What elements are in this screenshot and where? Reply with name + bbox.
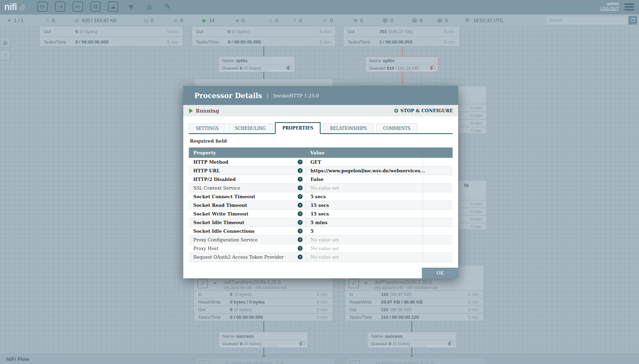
stat-label: Tasks/Time — [349, 315, 381, 320]
remote-process-group-tool-icon[interactable]: ☁ — [108, 1, 118, 12]
property-row[interactable]: HTTP/2 Disabled?False — [189, 175, 453, 184]
ok-button[interactable]: OK — [422, 268, 458, 278]
stat-row: In110(59.97 KB)5 min — [345, 290, 484, 298]
funnel-tool-icon[interactable]: ▼ — [126, 1, 137, 12]
property-row[interactable]: SSL Context Service?No value set — [189, 184, 453, 192]
status-metric-running: ▶14 — [203, 15, 214, 26]
help-icon[interactable]: ? — [298, 194, 303, 199]
nifi-logo-text: nifi — [4, 2, 17, 12]
search-filter-button[interactable]: ❐ — [628, 16, 637, 25]
property-row[interactable]: Proxy Configuration Service?No value set — [189, 236, 453, 244]
property-row[interactable]: Socket Idle Connections?5 — [189, 227, 453, 236]
stat-row: Out0(0 bytes)5 min — [192, 26, 335, 37]
help-icon[interactable]: ? — [298, 246, 303, 251]
refresh-area: ⟳ 16:52:42 UTC — [465, 15, 503, 26]
stat-label: Out — [349, 307, 381, 312]
property-column-header: Property — [189, 150, 306, 155]
tab-comments[interactable]: COMMENTS — [376, 123, 417, 133]
processor-stats-box[interactable]: Out0(0 bytes)5 minTasks/Time0 / 00:00:00… — [39, 26, 183, 47]
label-tool-icon[interactable]: ✎ — [162, 1, 173, 12]
help-icon[interactable]: ? — [298, 160, 303, 164]
stat-window: 5 min — [320, 39, 331, 45]
stat-row: Tasks/Time1 / 00:00:00.0535 min — [343, 37, 460, 47]
operate-palette-button[interactable]: ☝ — [0, 50, 10, 60]
property-row[interactable]: Request Username?No value set — [189, 261, 453, 262]
property-row[interactable]: HTTP Method?GET — [189, 158, 453, 166]
property-row[interactable]: Socket Connect Timeout?5 secs — [189, 192, 453, 201]
property-name-cell: Socket Connect Timeout? — [189, 192, 306, 201]
input-port-tool-icon[interactable]: ⇥ — [55, 1, 65, 12]
stat-value: 0 bytes / 0 bytes — [230, 299, 265, 305]
help-icon[interactable]: ? — [298, 185, 303, 190]
help-icon[interactable]: ? — [298, 177, 303, 182]
connection-label[interactable]: NamesuccessQueued0(0 bytes) — [367, 332, 456, 348]
property-row[interactable]: Request OAuth2 Access Token Provider?No … — [189, 253, 453, 261]
property-value-cell: 5 secs — [306, 192, 423, 201]
tab-properties[interactable]: PROPERTIES — [275, 122, 321, 134]
stat-window: 5 min — [167, 29, 178, 34]
locally-modified-icon: ✱ — [353, 18, 358, 23]
global-menu-icon[interactable] — [624, 3, 634, 12]
property-value-cell: No value set — [306, 184, 423, 192]
connection-label[interactable]: NamesplitsQueued610(161.25 KB) — [365, 56, 438, 72]
tab-settings[interactable]: SETTINGS — [189, 123, 225, 133]
breadcrumb[interactable]: NiFi Flow — [6, 356, 29, 362]
refresh-icon[interactable]: ⟳ — [465, 17, 470, 23]
dialog-subtitle: InvokeHTTP 1.25.0 — [273, 93, 319, 98]
processor-bundle: org.apache.nifi - nifi-standard-nar — [223, 285, 287, 290]
stat-label: Out — [44, 29, 75, 34]
property-row[interactable]: Socket Idle Timeout?5 mins — [189, 218, 453, 227]
required-field-note: Required field — [190, 138, 227, 144]
dialog-tabs: SETTINGSSCHEDULINGPROPERTIESRELATIONSHIP… — [189, 122, 453, 134]
help-icon[interactable]: ? — [298, 255, 303, 259]
help-icon[interactable]: ? — [298, 220, 303, 225]
tab-scheduling[interactable]: SCHEDULING — [228, 123, 272, 133]
stat-window: 5 min — [471, 121, 482, 126]
processor-stats-box[interactable]: Out0(0 bytes)5 minTasks/Time0 / 00:00:00… — [192, 26, 336, 47]
stat-label: Read/Write — [349, 299, 381, 305]
property-row[interactable]: Proxy Host?No value set — [189, 244, 453, 253]
connection-label[interactable]: NamesplitsQueued0(0 bytes) — [218, 56, 295, 72]
connection-name-row: Namesplits — [219, 57, 295, 65]
template-tool-icon[interactable]: ⧈ — [144, 1, 155, 12]
stat-value-detail: (0 bytes) — [80, 29, 97, 34]
stat-value-detail: (0 bytes) — [234, 292, 252, 297]
processor-tool-icon[interactable]: ⟳ — [37, 1, 48, 12]
help-icon[interactable]: ? — [298, 168, 303, 173]
stat-value: 701 — [379, 29, 387, 34]
invalid-count: 0 — [276, 18, 278, 23]
stop-and-configure-button[interactable]: ⚙ STOP & CONFIGURE — [394, 107, 453, 114]
top-toolbar: nifi ⟳⇥↦⧉☁▼⧈✎ admin LOG OUT — [0, 0, 639, 15]
property-row[interactable]: Socket Read Timeout?15 secs — [189, 201, 453, 210]
current-user-label: admin — [600, 1, 619, 6]
status-metric-stale: ↑0 — [383, 15, 393, 26]
status-metric-disabled: ⚡0 — [293, 15, 302, 26]
tab-relationships[interactable]: RELATIONSHIPS — [323, 123, 374, 133]
queued-count: 620 / 163.82 KB — [82, 18, 117, 23]
help-icon[interactable]: ? — [298, 203, 303, 208]
queue-bar — [368, 70, 399, 71]
property-extra-cell — [423, 175, 453, 183]
stat-window: 5 min — [468, 299, 479, 305]
stop-and-configure-label: STOP & CONFIGURE — [400, 108, 453, 113]
property-value-cell: GET — [306, 158, 423, 166]
process-group-tool-icon[interactable]: ⧉ — [90, 1, 101, 12]
stat-row-holder: Read/Write0 bytes / 0 bytes5 min — [194, 298, 333, 306]
property-row[interactable]: Socket Write Timeout?15 secs — [189, 210, 453, 218]
connection-line — [402, 47, 403, 56]
stat-row: Out701(185.27 KB)5 min — [343, 26, 460, 37]
navigate-palette-button[interactable]: ◎ — [0, 37, 10, 48]
help-icon[interactable]: ? — [298, 237, 303, 242]
stat-row-holder: Tasks/Time110 / 00:00:00.1205 min — [345, 313, 484, 321]
processor-stats-box[interactable]: Out701(185.27 KB)5 minTasks/Time1 / 00:0… — [343, 26, 460, 47]
connection-label[interactable]: NamesuccessQueued0(0 bytes) — [219, 332, 308, 348]
search-input[interactable] — [546, 16, 632, 25]
connection-line — [263, 321, 264, 332]
logout-link[interactable]: LOG OUT — [600, 6, 619, 11]
property-value-cell: 15 secs — [306, 210, 423, 218]
help-icon[interactable]: ? — [298, 229, 303, 233]
property-row[interactable]: HTTP URL?https://www.pegelonline.wsv.de/… — [189, 166, 453, 175]
stat-label: Tasks/Time — [348, 39, 379, 45]
output-port-tool-icon[interactable]: ↦ — [73, 1, 83, 12]
help-icon[interactable]: ? — [298, 211, 303, 216]
